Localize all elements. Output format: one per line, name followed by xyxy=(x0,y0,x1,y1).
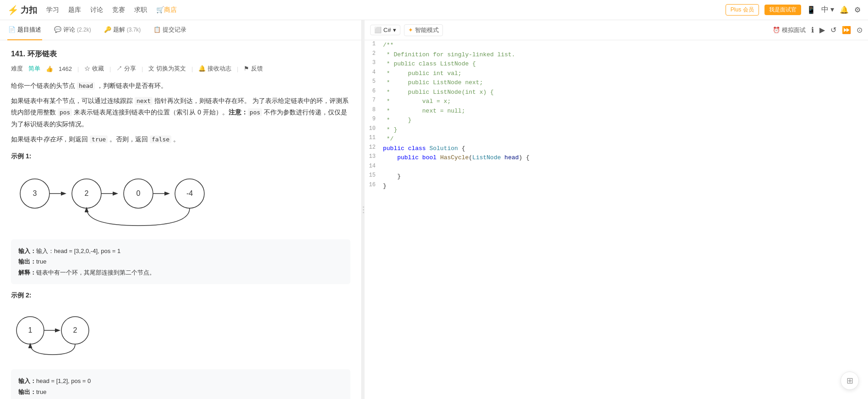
code-toolbar-left: ⬜ C# ▾ ✦ 智能模式 xyxy=(370,24,443,36)
line-num-6: 6 xyxy=(365,87,383,97)
tab-description-label: 题目描述 xyxy=(17,26,41,34)
line-content-7: * val = x; xyxy=(383,97,868,106)
code-line-6: 6 * public ListNode(int x) { xyxy=(365,87,868,97)
line-content-6: * public ListNode(int x) { xyxy=(383,87,868,97)
run-icon[interactable]: ▶ xyxy=(819,26,825,34)
code-line-8: 8 * next = null; xyxy=(365,106,868,116)
lang-toggle-button[interactable]: 文 切换为英文 xyxy=(148,65,186,73)
code-line-12: 12 public class Solution { xyxy=(365,144,868,153)
thumb-icon: 👍 xyxy=(46,65,53,72)
line-content-1: /** xyxy=(383,40,868,50)
divider3: | xyxy=(142,65,143,72)
line-num-8: 8 xyxy=(365,106,383,116)
problem-name: 环形链表 xyxy=(27,50,57,58)
line-content-10: * } xyxy=(383,125,868,135)
nav-item-problems[interactable]: 题库 xyxy=(68,6,81,14)
tab-submissions[interactable]: 📋 提交记录 xyxy=(153,20,187,40)
divider1: | xyxy=(77,65,79,72)
nav-item-learn[interactable]: 学习 xyxy=(46,6,59,14)
code-line-15: 15 } xyxy=(365,172,868,181)
line-num-16: 16 xyxy=(365,181,383,191)
line-num-9: 9 xyxy=(365,115,383,125)
code-editor[interactable]: 1 /** 2 * Definition for singly-linked l… xyxy=(365,40,868,399)
likes-count: 1462 xyxy=(59,65,72,72)
line-num-7: 7 xyxy=(365,97,383,106)
line-content-5: * public ListNode next; xyxy=(383,78,868,87)
svg-text:0: 0 xyxy=(136,189,141,197)
example1-explain: 解释：链表中有一个环，其尾部连接到第二个节点。 xyxy=(18,267,343,278)
info-icon[interactable]: ℹ xyxy=(811,26,814,34)
nav-right: Plus 会员 我是面试官 📱 中 ▾ 🔔 ⚙ xyxy=(726,4,861,16)
simulate-button[interactable]: ⏰ 模拟面试 xyxy=(773,26,806,34)
nav-item-contest[interactable]: 竞赛 xyxy=(112,6,125,14)
ai-star-icon: ✦ xyxy=(408,27,413,33)
example1-input: 输入：输入：head = [3,2,0,-4], pos = 1 xyxy=(18,246,343,256)
right-panel: ⬜ C# ▾ ✦ 智能模式 ⏰ 模拟面试 ℹ ▶ ↺ ⏩ ⊙ xyxy=(365,20,868,399)
logo[interactable]: ⚡ 力扣 xyxy=(7,5,37,16)
notification-icon[interactable]: 🔔 xyxy=(840,5,849,14)
example1-box: 输入：输入：head = [3,2,0,-4], pos = 1 输出：true… xyxy=(11,239,350,284)
bookmark-button[interactable]: ☆ 收藏 xyxy=(84,65,104,73)
tab-solutions[interactable]: 🔑 题解 (3.7k) xyxy=(103,20,142,40)
tab-comments-label: 评论 xyxy=(63,26,75,34)
nav-left: ⚡ 力扣 学习 题库 讨论 竞赛 求职 🛒商店 xyxy=(7,5,177,16)
example2-input: 输入：head = [1,2], pos = 0 xyxy=(18,376,343,386)
example1-title: 示例 1: xyxy=(11,152,350,161)
svg-text:2: 2 xyxy=(85,189,89,197)
feedback-button[interactable]: ⚑ 反馈 xyxy=(244,65,263,73)
forward-icon[interactable]: ⏩ xyxy=(842,26,851,34)
interviewer-button[interactable]: 我是面试官 xyxy=(764,5,801,15)
notification-button[interactable]: 🔔 接收动志 xyxy=(198,65,231,73)
nav-item-shop[interactable]: 🛒商店 xyxy=(156,6,177,14)
language-icon[interactable]: 中 ▾ xyxy=(821,5,834,15)
tab-comments-icon: 💬 xyxy=(54,26,61,33)
problem-content: 141. 环形链表 难度 简单 👍 1462 | ☆ 收藏 | ↗ 分享 | 文… xyxy=(0,40,361,399)
problem-description: 给你一个链表的头节点 head ，判断链表中是否有环。 如果链表中有某个节点，可… xyxy=(11,80,350,145)
tab-submissions-label: 提交记录 xyxy=(163,26,186,34)
line-content-16: } xyxy=(383,181,868,191)
divider4: | xyxy=(191,65,193,72)
share-button[interactable]: ↗ 分享 xyxy=(116,65,136,73)
code-line-5: 5 * public ListNode next; xyxy=(365,78,868,87)
divider2: | xyxy=(109,65,111,72)
example2-box: 输入：head = [1,2], pos = 0 输出：true 解释：链表中有… xyxy=(11,369,350,399)
svg-text:3: 3 xyxy=(33,189,37,197)
tab-bar: 📄 题目描述 💬 评论 (2.2k) 🔑 题解 (3.7k) 📋 提交记录 xyxy=(0,20,361,40)
ai-mode-button[interactable]: ✦ 智能模式 xyxy=(404,24,443,36)
lang-arrow: ▾ xyxy=(393,27,396,33)
line-content-14 xyxy=(383,162,868,172)
line-num-3: 3 xyxy=(365,59,383,69)
code-line-14: 14 xyxy=(365,162,868,172)
line-content-11: */ xyxy=(383,134,868,144)
code-line-2: 2 * Definition for singly-linked list. xyxy=(365,50,868,59)
line-num-13: 13 xyxy=(365,153,383,162)
nav-item-jobs[interactable]: 求职 xyxy=(134,6,147,14)
tab-description[interactable]: 📄 题目描述 xyxy=(7,20,42,40)
code-toolbar: ⬜ C# ▾ ✦ 智能模式 ⏰ 模拟面试 ℹ ▶ ↺ ⏩ ⊙ xyxy=(365,20,868,40)
line-num-2: 2 xyxy=(365,50,383,59)
example2-title: 示例 2: xyxy=(11,291,350,300)
difficulty-label: 难度 xyxy=(11,65,23,73)
line-num-14: 14 xyxy=(365,162,383,172)
reset-icon[interactable]: ↺ xyxy=(830,26,836,34)
lang-icon: ⬜ xyxy=(374,27,382,33)
example2-explain: 解释：链表中有一个环，其尾部连接到第一个节点。 xyxy=(18,397,343,399)
tab-comments[interactable]: 💬 评论 (2.2k) xyxy=(53,20,92,40)
resize-dots xyxy=(363,206,364,213)
example2-diagram: 1 2 xyxy=(11,305,350,360)
code-line-4: 4 * public int val; xyxy=(365,69,868,78)
tab-submissions-icon: 📋 xyxy=(153,26,161,33)
line-content-8: * next = null; xyxy=(383,106,868,116)
tablet-icon[interactable]: 📱 xyxy=(807,5,816,14)
settings2-icon[interactable]: ⊙ xyxy=(857,26,863,34)
corner-icon: ⊞ xyxy=(846,376,853,386)
code-line-1: 1 /** xyxy=(365,40,868,50)
settings-icon[interactable]: ⚙ xyxy=(854,5,861,14)
corner-button[interactable]: ⊞ xyxy=(841,372,859,390)
language-select[interactable]: ⬜ C# ▾ xyxy=(370,25,400,35)
lang-label: C# xyxy=(383,27,391,33)
desc-para2: 如果链表中有某个节点，可以通过连续跟踪 next 指针再次到达，则链表中存在环。… xyxy=(11,95,350,130)
plus-member-button[interactable]: Plus 会员 xyxy=(726,4,759,16)
svg-text:1: 1 xyxy=(28,326,33,334)
nav-item-discuss[interactable]: 讨论 xyxy=(90,6,103,14)
